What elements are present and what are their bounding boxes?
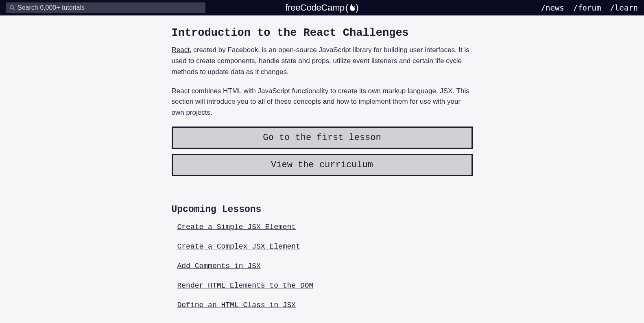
nav-link-news[interactable]: /news xyxy=(541,3,564,12)
view-curriculum-button[interactable]: View the curriculum xyxy=(172,154,473,176)
logo-flame-wrap: () xyxy=(345,2,359,13)
lesson-link[interactable]: Define an HTML Class in JSX xyxy=(177,301,296,309)
first-lesson-button[interactable]: Go to the first lesson xyxy=(172,127,473,149)
main-content: Introduction to the React Challenges Rea… xyxy=(172,15,473,323)
intro-paragraph-1: React, created by Facebook, is an open-s… xyxy=(172,45,473,78)
intro-paragraph-2: React combines HTML with JavaScript func… xyxy=(172,86,473,119)
flame-icon xyxy=(349,4,355,11)
nav-left xyxy=(6,2,205,13)
search-icon xyxy=(9,5,15,11)
search-container[interactable] xyxy=(6,2,205,13)
lesson-link[interactable]: Create a Simple JSX Element xyxy=(177,223,296,231)
list-item: Add Comments in JSX xyxy=(177,262,473,270)
nav-links: /news /forum /learn xyxy=(541,3,638,12)
list-item: Create a Simple JSX Element xyxy=(177,223,473,231)
lesson-link[interactable]: Add Comments in JSX xyxy=(177,262,261,270)
nav-link-learn[interactable]: /learn xyxy=(610,3,638,12)
svg-point-0 xyxy=(10,6,13,9)
svg-line-1 xyxy=(13,9,15,10)
logo-text: freeCodeCamp xyxy=(285,2,345,13)
list-item: Render HTML Elements to the DOM xyxy=(177,282,473,290)
react-link[interactable]: React xyxy=(172,46,190,54)
search-input[interactable] xyxy=(17,4,202,11)
page-title: Introduction to the React Challenges xyxy=(172,27,473,39)
lesson-list: Create a Simple JSX Element Create a Com… xyxy=(172,223,473,309)
logo[interactable]: freeCodeCamp () xyxy=(285,2,358,13)
divider xyxy=(172,191,473,191)
lesson-link[interactable]: Render HTML Elements to the DOM xyxy=(177,282,314,290)
intro-p1-rest: , created by Facebook, is an open-source… xyxy=(172,46,469,76)
upcoming-lessons-title: Upcoming Lessons xyxy=(172,204,473,215)
list-item: Define an HTML Class in JSX xyxy=(177,301,473,309)
lesson-link[interactable]: Create a Complex JSX Element xyxy=(177,242,300,251)
intro-text: React, created by Facebook, is an open-s… xyxy=(172,45,473,118)
list-item: Create a Complex JSX Element xyxy=(177,242,473,251)
nav-link-forum[interactable]: /forum xyxy=(573,3,601,12)
top-navbar: freeCodeCamp () /news /forum /learn xyxy=(0,0,644,15)
